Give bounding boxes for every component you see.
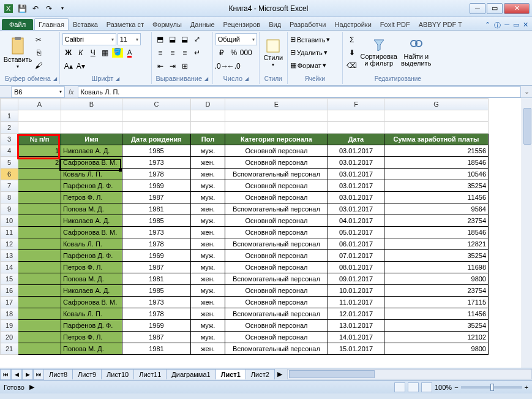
clipboard-launcher-icon[interactable]: ◢: [53, 76, 57, 82]
cell-dob[interactable]: 1981: [122, 273, 191, 285]
cell-num[interactable]: [18, 215, 61, 227]
row-header[interactable]: 12: [1, 238, 18, 250]
grid[interactable]: ABCDEFG123№ п/пИмяДата рожденияПолКатего…: [0, 98, 532, 368]
cell[interactable]: [61, 122, 122, 134]
cell-num[interactable]: [18, 308, 61, 320]
doc-close-icon[interactable]: ✕: [523, 21, 528, 30]
tab-nav-prev-icon[interactable]: ◀: [11, 369, 22, 380]
shrink-font-icon[interactable]: A▾: [75, 60, 87, 72]
zoom-out-icon[interactable]: −: [454, 384, 458, 391]
cell-sum[interactable]: 18546: [384, 227, 489, 238]
cell-num[interactable]: 2: [18, 157, 61, 169]
cell-dob[interactable]: 1981: [122, 203, 191, 215]
col-header-G[interactable]: G: [384, 99, 489, 110]
zoom-in-icon[interactable]: +: [525, 384, 528, 391]
cell-num[interactable]: [18, 343, 61, 355]
maximize-button[interactable]: ▭: [487, 3, 503, 14]
zoom-slider[interactable]: [461, 386, 522, 389]
cell-cat[interactable]: Вспомогательный персонал: [225, 308, 328, 320]
cell-cat[interactable]: Вспомогательный персонал: [225, 343, 328, 355]
border-button[interactable]: ▦: [99, 47, 111, 59]
cell-date[interactable]: 05.01.2017: [328, 227, 384, 238]
cell-sum[interactable]: 12102: [384, 332, 489, 343]
cell[interactable]: [18, 122, 61, 134]
cell-date[interactable]: 04.01.2017: [328, 215, 384, 227]
cell-sum[interactable]: 10546: [384, 169, 489, 180]
cell-date[interactable]: 08.01.2017: [328, 262, 384, 273]
table-header-cell[interactable]: Имя: [61, 134, 122, 145]
cells-delete-button[interactable]: ⊟Удалить ▾: [290, 46, 328, 59]
cell-sum[interactable]: 12821: [384, 238, 489, 250]
macro-icon[interactable]: ▶: [29, 383, 34, 391]
cell-sex[interactable]: муж.: [191, 215, 225, 227]
cell-cat[interactable]: Основной персонал: [225, 192, 328, 203]
cell-name[interactable]: Попова М. Д.: [61, 273, 122, 285]
sheet-tab[interactable]: Лист11: [133, 369, 167, 379]
cell-sex[interactable]: муж.: [191, 145, 225, 157]
cell-cat[interactable]: Основной персонал: [225, 332, 328, 343]
cell-cat[interactable]: Вспомогательный персонал: [225, 203, 328, 215]
cell-name[interactable]: Сафронова В. М.: [61, 227, 122, 238]
align-middle-icon[interactable]: ⬓: [167, 33, 179, 45]
clear-icon[interactable]: ⌫: [345, 59, 359, 72]
table-header-cell[interactable]: № п/п: [18, 134, 61, 145]
row-header[interactable]: 6: [1, 169, 18, 180]
cell-num[interactable]: [18, 192, 61, 203]
cell-num[interactable]: [18, 203, 61, 215]
cell-dob[interactable]: 1969: [122, 180, 191, 192]
cell-cat[interactable]: Основной персонал: [225, 180, 328, 192]
cell-sex[interactable]: муж.: [191, 192, 225, 203]
cell-sex[interactable]: жен.: [191, 273, 225, 285]
fx-icon[interactable]: fx: [69, 88, 74, 96]
fill-color-button[interactable]: 🪣: [111, 47, 124, 59]
cell-dob[interactable]: 1969: [122, 320, 191, 332]
cell-date[interactable]: 06.01.2017: [328, 238, 384, 250]
percent-icon[interactable]: %: [228, 47, 240, 59]
cell[interactable]: [122, 122, 191, 134]
cell[interactable]: [328, 122, 384, 134]
cell-name[interactable]: Сафронова В. М.: [61, 157, 122, 169]
row-header[interactable]: 16: [1, 285, 18, 297]
row-header[interactable]: 3: [1, 134, 18, 145]
cell-sex[interactable]: муж.: [191, 250, 225, 262]
cell-name[interactable]: Николаев А. Д.: [61, 145, 122, 157]
col-header-F[interactable]: F: [328, 99, 384, 110]
row-header[interactable]: 10: [1, 215, 18, 227]
format-painter-icon[interactable]: 🖌: [32, 59, 45, 72]
cell-sum[interactable]: 35254: [384, 180, 489, 192]
cell-sum[interactable]: 11456: [384, 308, 489, 320]
currency-icon[interactable]: ₽: [215, 47, 228, 59]
autosum-icon[interactable]: Σ: [345, 33, 359, 46]
cell-name[interactable]: Сафронова В. М.: [61, 297, 122, 308]
cell-sum[interactable]: 11456: [384, 192, 489, 203]
cell-num[interactable]: [18, 320, 61, 332]
cell-date[interactable]: 03.01.2017: [328, 145, 384, 157]
formula-expand-icon[interactable]: ⌄: [521, 88, 532, 96]
sheet-tab[interactable]: Лист9: [72, 369, 102, 379]
qat-more-icon[interactable]: ▾: [56, 2, 69, 15]
italic-button[interactable]: К: [75, 47, 87, 59]
cell-dob[interactable]: 1985: [122, 215, 191, 227]
cell[interactable]: [191, 110, 225, 122]
cell-sum[interactable]: 11698: [384, 262, 489, 273]
cell-sex[interactable]: жен.: [191, 343, 225, 355]
align-right-icon[interactable]: ≡: [179, 47, 191, 59]
bold-button[interactable]: Ж: [62, 47, 75, 59]
save-icon[interactable]: 💾: [16, 2, 28, 15]
cell[interactable]: [384, 122, 489, 134]
fill-icon[interactable]: ⬇: [345, 46, 359, 59]
comma-icon[interactable]: 000: [240, 47, 252, 59]
formula-input[interactable]: Коваль Л. П.: [78, 86, 521, 97]
table-header-cell[interactable]: Категория персонала: [225, 134, 328, 145]
cell-dob[interactable]: 1973: [122, 227, 191, 238]
row-header[interactable]: 8: [1, 192, 18, 203]
cells-format-button[interactable]: ▦Формат ▾: [290, 59, 326, 72]
cell-sum[interactable]: 17115: [384, 297, 489, 308]
cell-num[interactable]: 1: [18, 145, 61, 157]
cell-sum[interactable]: 23754: [384, 285, 489, 297]
cell-cat[interactable]: Основной персонал: [225, 262, 328, 273]
cell-dob[interactable]: 1969: [122, 250, 191, 262]
vertical-scrollbar[interactable]: [522, 98, 532, 368]
sheet-tab[interactable]: Диаграмма1: [166, 369, 215, 379]
cell-cat[interactable]: Вспомогательный персонал: [225, 238, 328, 250]
